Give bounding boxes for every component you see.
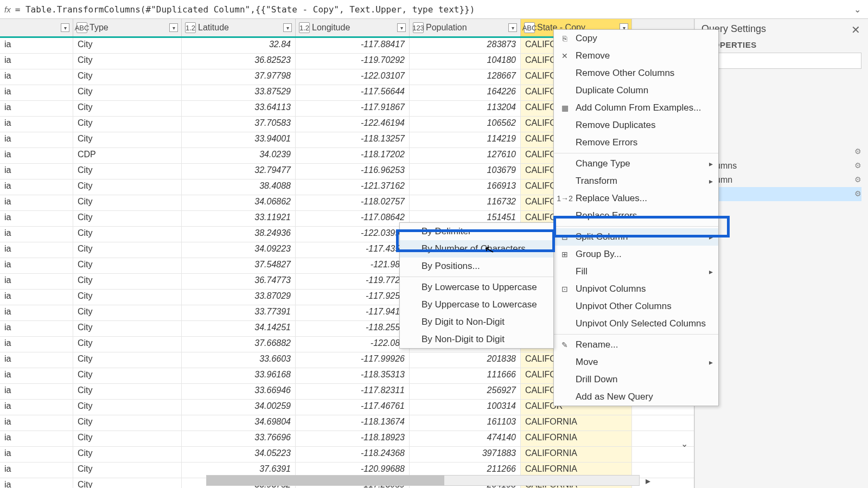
- cell-pop: 106562: [410, 117, 521, 132]
- cell-pop: 128667: [410, 69, 521, 85]
- cell-type: City: [73, 164, 182, 179]
- ctx-item-change-type[interactable]: Change Type: [554, 155, 718, 172]
- cell-lon: -117.88417: [296, 38, 410, 53]
- menu-label: By Non-Digit to Digit: [422, 334, 505, 345]
- menu-separator: [554, 153, 718, 153]
- horizontal-scrollbar[interactable]: ▸: [206, 475, 640, 486]
- cell-lat: 37.97798: [182, 69, 296, 85]
- split-item-by-uppercase-to-lowercase[interactable]: By Uppercase to Lowercase: [400, 296, 553, 313]
- cell-lat: 36.74773: [182, 274, 296, 289]
- ctx-item-move[interactable]: Move: [554, 354, 718, 371]
- ctx-item-unpivot-only-selected-columns[interactable]: Unpivot Only Selected Columns: [554, 315, 718, 332]
- cell-pop: 114219: [410, 132, 521, 147]
- split-item-by-delimiter[interactable]: By Delimiter: [400, 223, 553, 240]
- column-header-pop[interactable]: 123Population▾: [410, 19, 521, 36]
- cell-stub: ia: [0, 321, 73, 336]
- applied-step[interactable]: pe⚙: [701, 145, 861, 159]
- cell-stub: ia: [0, 463, 73, 478]
- menu-icon: ⊞: [559, 249, 570, 260]
- step-gear-icon[interactable]: ⚙: [854, 189, 861, 198]
- applied-step[interactable]: Text⚙: [701, 187, 861, 201]
- step-gear-icon[interactable]: ⚙: [854, 147, 861, 156]
- ctx-item-group-by[interactable]: ⊞Group By...: [554, 246, 718, 263]
- cell-stub: ia: [0, 258, 73, 273]
- step-gear-icon[interactable]: ⚙: [854, 175, 861, 184]
- cell-state: CALIFORNIA: [521, 447, 632, 462]
- cell-lat: 37.70583: [182, 117, 296, 132]
- menu-label: Add as New Query: [576, 391, 653, 402]
- column-header-lat[interactable]: 1.2Latitude▾: [182, 19, 296, 36]
- cell-lat: 33.64113: [182, 101, 296, 116]
- cell-pop: 113204: [410, 101, 521, 116]
- table-row[interactable]: iaCity34.05223-118.243683971883CALIFORNI…: [0, 447, 694, 463]
- split-item-by-digit-to-non-digit[interactable]: By Digit to Non-Digit: [400, 313, 553, 331]
- menu-label: By Number of Characters...: [422, 243, 533, 254]
- ctx-item-remove-duplicates[interactable]: Remove Duplicates: [554, 117, 718, 134]
- split-item-by-positions[interactable]: By Positions...: [400, 258, 553, 275]
- ctx-item-fill[interactable]: Fill: [554, 263, 718, 280]
- fx-icon: fx: [4, 5, 11, 14]
- ctx-item-add-as-new-query[interactable]: Add as New Query: [554, 388, 718, 406]
- applied-step[interactable]: Columns⚙: [701, 159, 861, 173]
- split-item-by-non-digit-to-digit[interactable]: By Non-Digit to Digit: [400, 331, 553, 348]
- cell-pop: 164226: [410, 85, 521, 100]
- step-gear-icon[interactable]: ⚙: [854, 161, 861, 170]
- cell-lat: 32.84: [182, 38, 296, 53]
- filter-dropdown-icon[interactable]: ▾: [397, 23, 406, 32]
- cell-stub: ia: [0, 132, 73, 147]
- cell-state: CALIFORNIA: [521, 415, 632, 431]
- cell-pop: 104180: [410, 54, 521, 69]
- menu-label: Drill Down: [576, 374, 617, 385]
- scroll-right-icon[interactable]: ▸: [641, 474, 654, 487]
- ctx-item-remove-errors[interactable]: Remove Errors: [554, 134, 718, 151]
- formula-dropdown-icon[interactable]: ⌄: [854, 4, 864, 14]
- filter-dropdown-icon[interactable]: ▾: [61, 23, 69, 32]
- query-name-input[interactable]: [701, 53, 861, 69]
- formula-text[interactable]: = Table.TransformColumns(#"Duplicated Co…: [15, 4, 854, 15]
- cell-pop: 283873: [410, 38, 521, 53]
- menu-label: Copy: [576, 33, 597, 44]
- ctx-item-add-column-from-examples[interactable]: ▦Add Column From Examples...: [554, 99, 718, 117]
- ctx-item-split-column[interactable]: ⊟Split Column: [554, 228, 718, 246]
- cell-lon: -118.2550: [296, 321, 410, 336]
- cell-lon: -122.03107: [296, 69, 410, 85]
- cell-stub: ia: [0, 431, 73, 446]
- menu-label: Duplicate Column: [576, 85, 648, 96]
- panel-title: Query Settings: [701, 23, 861, 35]
- ctx-item-rename[interactable]: ✎Rename...: [554, 336, 718, 354]
- filter-dropdown-icon[interactable]: ▾: [283, 23, 292, 32]
- ctx-item-replace-errors[interactable]: Replace Errors...: [554, 207, 718, 224]
- close-icon[interactable]: ✕: [851, 23, 860, 36]
- column-header-lon[interactable]: 1.2Longitude▾: [296, 19, 410, 36]
- split-item-by-lowercase-to-uppercase[interactable]: By Lowercase to Uppercase: [400, 279, 553, 296]
- ctx-item-copy[interactable]: ⎘Copy: [554, 30, 718, 47]
- column-header-type[interactable]: ABCType▾: [73, 19, 182, 36]
- cell-stub: ia: [0, 337, 73, 352]
- ctx-item-unpivot-other-columns[interactable]: Unpivot Other Columns: [554, 298, 718, 315]
- menu-icon: ▦: [559, 102, 570, 113]
- scroll-down-icon[interactable]: ⌄: [678, 437, 691, 450]
- filter-dropdown-icon[interactable]: ▾: [508, 23, 517, 32]
- menu-label: Replace Values...: [576, 193, 647, 204]
- ctx-item-replace-values[interactable]: 1→2Replace Values...: [554, 190, 718, 207]
- ctx-item-remove[interactable]: ✕Remove: [554, 47, 718, 65]
- ctx-item-remove-other-columns[interactable]: Remove Other Columns: [554, 65, 718, 82]
- table-row[interactable]: iaCity34.69804-118.13674161103CALIFORNIA: [0, 415, 694, 431]
- ctx-item-drill-down[interactable]: Drill Down: [554, 371, 718, 388]
- menu-separator: [554, 334, 718, 335]
- cell-stub: ia: [0, 415, 73, 431]
- cell-pop: 116732: [410, 195, 521, 210]
- cell-lon: -118.35313: [296, 368, 410, 383]
- ctx-item-transform[interactable]: Transform: [554, 172, 718, 190]
- column-header-stub[interactable]: ▾: [0, 19, 73, 36]
- cell-lat: 37.66882: [182, 337, 296, 352]
- cell-stub: ia: [0, 227, 73, 242]
- ctx-item-duplicate-column[interactable]: Duplicate Column: [554, 82, 718, 99]
- table-row[interactable]: iaCity33.76696-118.18923474140CALIFORNIA: [0, 431, 694, 447]
- split-item-by-number-of-characters[interactable]: By Number of Characters...: [400, 240, 553, 258]
- applied-step[interactable]: Column⚙: [701, 173, 861, 187]
- filter-dropdown-icon[interactable]: ▾: [169, 23, 178, 32]
- ctx-item-unpivot-columns[interactable]: ⊡Unpivot Columns: [554, 280, 718, 298]
- cell-type: City: [73, 54, 182, 69]
- cell-lon: -122.03997: [296, 227, 410, 242]
